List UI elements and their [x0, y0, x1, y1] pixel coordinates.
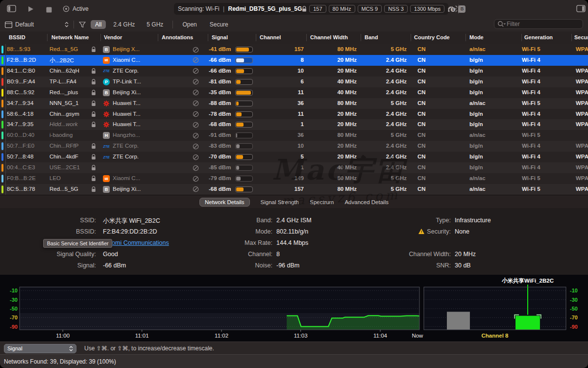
table-row[interactable]: 50:7...F:E0Chin...RFfPZTEZTE Corp.-83 dB… [0, 141, 588, 152]
table-row[interactable]: 60:0...D:40i-baodingHHangzho...-91 dBm36… [0, 130, 588, 141]
cell-channel-width: 40 MHz [313, 89, 357, 95]
column-header-channel-width[interactable]: Channel Width [310, 34, 348, 40]
column-header-annotations[interactable]: Annotations [162, 34, 193, 40]
cell-signal: -70 dBm [209, 154, 233, 159]
table-row[interactable]: 84:1...C:B0Chin...62qHZTEZTE Corp.-66 dB… [0, 66, 588, 77]
cell-security: WPA/ [576, 46, 588, 52]
detail-value: Infrastructure [455, 217, 491, 224]
detail-value: 小米共享 WiFi_2B2C [103, 217, 160, 225]
xiaomi-vendor-icon: MI [103, 57, 110, 64]
band-filter-all[interactable]: All [91, 20, 106, 29]
scan-network-name: Redmi_DB75_5G_plus_5G [228, 5, 302, 12]
search-icon [497, 21, 506, 27]
cell-signal: -68 dBm [209, 121, 233, 127]
column-header-band[interactable]: Band [365, 34, 378, 40]
lock-icon [91, 79, 96, 85]
lock-icon [91, 68, 96, 74]
column-header-vendor[interactable]: Vendor [104, 34, 122, 40]
svg-text:Channel 8: Channel 8 [482, 333, 509, 339]
column-header-mode[interactable]: Mode [469, 34, 484, 40]
cell-generation: Wi-Fi 4 [522, 154, 561, 159]
table-row[interactable]: 88:...5:93Red...s_5GBBeijing X...-41 dBm… [0, 44, 588, 55]
cell-vendor: Huawei T... [113, 100, 159, 106]
table-row[interactable]: B0:9...F:A4TP-L...FA4PTP-Link T...-81 dB… [0, 77, 588, 87]
band-filter-2-4-ghz[interactable]: 2.4 GHz [109, 20, 139, 29]
scan-status-text: Scanning: Wi-Fi | Redmi_DB75_5G_plus_5G [178, 5, 302, 12]
signal-graphs: -10-30-50-70-9011:0011:0111:0211:0311:04… [0, 275, 588, 342]
column-header-signal[interactable]: Signal [212, 34, 228, 40]
cell-network-name: Hidd...work [49, 121, 89, 127]
preset-label: Default [15, 21, 34, 28]
security-filter-secure[interactable]: Secure [205, 20, 233, 29]
cell-bssid: 88:C...5:92 [7, 89, 48, 95]
column-header-network-name[interactable]: Network Name [51, 34, 89, 40]
band-segments: All2.4 GHz5 GHz [91, 20, 168, 29]
cell-mode: b/g/n [469, 79, 509, 84]
hangzhou-vendor-icon: H [103, 132, 110, 139]
cell-signal: -41 dBm [209, 46, 233, 52]
cell-bssid: 84:1...C:B0 [7, 68, 48, 74]
table-row[interactable]: 34:7...9:35Hidd...workHuawei T...-68 dBm… [0, 119, 588, 130]
svg-text:-30: -30 [10, 297, 18, 303]
cell-generation: Wi-Fi 4 [522, 143, 561, 149]
table-row[interactable]: 88:C...5:92Red..._plusBBeijing Xi...-35 … [0, 87, 588, 98]
cell-network-name: LEO [49, 175, 89, 181]
stepper-chevrons-icon [65, 22, 69, 27]
cell-bssid: 50:7...F:E0 [7, 143, 48, 149]
security-filter-open[interactable]: Open [178, 20, 201, 29]
search-field[interactable] [494, 19, 583, 29]
cell-network-name: Red...5_5G [49, 186, 89, 192]
cell-channel: 36 [260, 100, 304, 106]
cell-band: 5 GHz [363, 46, 407, 52]
cell-security: WPA/ [576, 186, 588, 192]
cell-network-name: Chin...gsym [49, 111, 89, 117]
column-header-generation[interactable]: Generation [524, 34, 553, 40]
svg-text:-10: -10 [570, 288, 578, 293]
lock-icon [91, 47, 96, 53]
vendor-link[interactable]: Xiaomi Communications [103, 239, 169, 246]
divider [172, 21, 173, 28]
band-filter-5-ghz[interactable]: 5 GHz [142, 20, 168, 29]
cell-channel-width: 20 MHz [313, 121, 357, 127]
active-mode-button[interactable]: Active [63, 5, 89, 12]
preset-popup-button[interactable]: Default [5, 21, 69, 28]
cell-channel-width: 20 MHz [313, 111, 357, 117]
detail-label: Type: [353, 217, 451, 224]
cell-security: WPA/ [576, 111, 588, 117]
gutter-divider [5, 44, 6, 195]
signal-strength-bar [235, 57, 253, 63]
cell-bssid: 8C:5...B:78 [7, 186, 48, 192]
cell-mode: b/g/n [469, 164, 509, 170]
detail-label: Channel: [174, 251, 272, 258]
sidebar-right-toggle-icon[interactable] [576, 5, 586, 14]
column-header-security[interactable]: Security [574, 34, 588, 40]
filter-bar: Default All2.4 GHz5 GHz OpenSecure [0, 18, 588, 32]
graph-metric-select[interactable]: Signal [4, 344, 76, 353]
table-row[interactable]: F2:B...B:2D小...2B2CMIXiaomi C...-66 dBm8… [0, 55, 588, 66]
channel-color-strip [1, 110, 3, 118]
column-header-country-code[interactable]: Country Code [414, 34, 450, 40]
detail-label: Max Rate: [174, 239, 272, 246]
play-button-icon[interactable] [27, 5, 34, 14]
cell-vendor: Hangzho... [113, 132, 159, 138]
stop-button-icon[interactable] [46, 6, 52, 15]
svg-text:11:04: 11:04 [373, 333, 388, 339]
cell-signal: -35 dBm [209, 89, 233, 95]
sidebar-left-toggle-icon[interactable] [7, 5, 16, 14]
funnel-filter-icon[interactable] [79, 22, 86, 28]
header-divider [158, 34, 158, 41]
table-row[interactable]: 58:6...4:18Chin...gsymHuawei T...-78 dBm… [0, 109, 588, 120]
svg-text:-30: -30 [570, 297, 578, 303]
table-row[interactable]: 34:7...9:34NNN_5G_1Huawei T...-88 dBm368… [0, 98, 588, 109]
tab-network-details[interactable]: Network Details [199, 198, 250, 207]
column-header-bssid[interactable]: BSSID [9, 34, 25, 40]
security-filters: OpenSecure [178, 20, 232, 29]
cell-country-code: CN [417, 89, 447, 95]
cell-band: 5 GHz [363, 100, 407, 106]
cell-network-name: 小...2B2C [49, 57, 89, 64]
channel-color-strip [1, 78, 3, 86]
cell-network-name: NNN_5G_1 [49, 100, 89, 106]
column-header-channel[interactable]: Channel [260, 34, 281, 40]
table-header[interactable]: BSSIDNetwork NameVendorAnnotationsSignal… [0, 31, 588, 45]
filter-search-input[interactable] [506, 20, 576, 28]
